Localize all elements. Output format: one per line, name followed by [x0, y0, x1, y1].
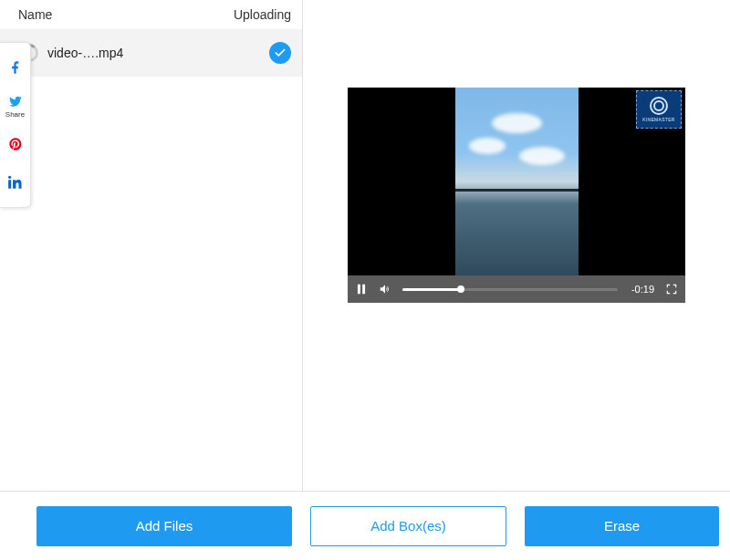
linkedin-share[interactable] [0, 163, 30, 202]
col-header-uploading: Uploading [234, 7, 291, 22]
video-controls: -0:19 [348, 275, 685, 303]
video-player[interactable]: KINEMASTER -0:19 [348, 88, 685, 303]
pause-button[interactable] [355, 283, 368, 296]
erase-button[interactable]: Erase [525, 506, 719, 546]
twitter-icon [8, 94, 23, 109]
pinterest-share[interactable] [0, 125, 30, 163]
upload-complete-icon [269, 42, 291, 64]
video-frame [455, 88, 579, 275]
watermark-label: KINEMASTER [642, 117, 675, 122]
facebook-share[interactable] [0, 48, 30, 87]
app-root: Name Uploading video-….mp4 [0, 0, 730, 560]
linkedin-icon [8, 175, 23, 190]
twitter-share[interactable]: Share [0, 87, 30, 125]
svg-rect-0 [358, 285, 360, 295]
preview-area: KINEMASTER -0:19 [303, 0, 730, 560]
preview-panel: KINEMASTER -0:19 [303, 0, 730, 560]
fullscreen-button[interactable] [665, 283, 678, 296]
watermark-badge: KINEMASTER [636, 90, 682, 129]
pinterest-icon [8, 137, 23, 151]
svg-rect-1 [362, 285, 365, 295]
seek-slider[interactable] [402, 288, 618, 291]
social-share-bar: Share [0, 42, 31, 208]
add-boxes-button[interactable]: Add Box(es) [310, 506, 506, 546]
watermark-icon [650, 97, 668, 115]
share-label: Share [5, 110, 25, 119]
video-display: KINEMASTER [348, 88, 685, 275]
facebook-icon [8, 60, 23, 75]
col-header-name: Name [18, 7, 234, 22]
file-list-panel: Name Uploading video-….mp4 [0, 0, 303, 560]
add-files-button[interactable]: Add Files [36, 506, 292, 546]
file-list-header: Name Uploading [0, 0, 302, 29]
time-remaining: -0:19 [629, 284, 654, 295]
action-bar: Add Files Add Box(es) Erase [0, 491, 730, 560]
volume-button[interactable] [379, 283, 391, 296]
file-name: video-….mp4 [47, 46, 260, 60]
file-row[interactable]: video-….mp4 [0, 29, 302, 77]
